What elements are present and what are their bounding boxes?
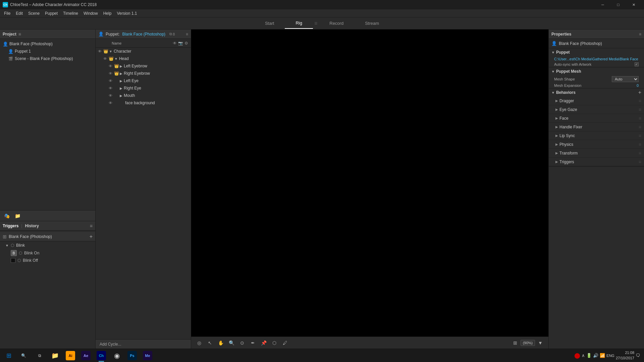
canvas-zoom: ⊞ (90%) ▼ bbox=[511, 339, 544, 347]
trigger-blink-group[interactable]: ▼ ⬡ Blink bbox=[0, 241, 95, 249]
vis-icon[interactable]: 👁 bbox=[108, 78, 113, 83]
behavior-physics[interactable]: ▶ Physics ≡ bbox=[549, 140, 644, 149]
behavior-face-menu[interactable]: ≡ bbox=[639, 116, 641, 121]
notification-icon[interactable]: 🗨 bbox=[636, 353, 640, 358]
taskbar-photoshop[interactable]: Ps bbox=[125, 349, 140, 362]
zoom-tool[interactable]: 🔍 bbox=[227, 339, 235, 347]
menu-scene[interactable]: Scene bbox=[25, 10, 42, 16]
behavior-dragger[interactable]: ▶ Dragger ≡ bbox=[549, 97, 644, 105]
canvas-viewport[interactable] bbox=[191, 29, 548, 337]
search-button[interactable]: 🔍 bbox=[16, 349, 31, 362]
layer-face-background[interactable]: 👁 face background bbox=[96, 99, 191, 107]
taskbar-illustrator[interactable]: Ai bbox=[63, 349, 78, 362]
vis-icon[interactable]: 👁 bbox=[97, 49, 102, 54]
project-item-scene[interactable]: 🎬 Scene - Blank Face (Photoshop) bbox=[0, 55, 95, 62]
layer-mouth[interactable]: 👁 ▶ Mouth bbox=[96, 92, 191, 99]
behavior-face[interactable]: ▶ Face ≡ bbox=[549, 114, 644, 123]
taskbar-character-animator[interactable]: Ch bbox=[94, 349, 109, 362]
behavior-triggers-menu[interactable]: ≡ bbox=[639, 159, 641, 165]
layer-head[interactable]: 👁 👑 ▼ Head bbox=[96, 55, 191, 62]
vis-icon[interactable]: 👁 bbox=[108, 85, 113, 91]
vis-icon[interactable]: 👁 bbox=[108, 93, 113, 98]
menu-timeline[interactable]: Timeline bbox=[60, 10, 81, 16]
puppet-mesh-section-header[interactable]: ▼ Puppet Mesh bbox=[549, 67, 644, 75]
taskbar-clock[interactable]: 21:08 27/10/2017 bbox=[616, 350, 634, 361]
zoom-dropdown-arrow[interactable]: ▼ bbox=[536, 339, 544, 347]
project-menu-icon[interactable]: ≡ bbox=[18, 32, 21, 37]
menu-file[interactable]: File bbox=[1, 10, 13, 16]
menu-window[interactable]: Window bbox=[81, 10, 101, 16]
target-tool[interactable]: ◎ bbox=[195, 339, 203, 347]
menu-help[interactable]: Help bbox=[101, 10, 114, 16]
taskbar-file-explorer[interactable]: 📁 bbox=[48, 349, 62, 362]
layer-character[interactable]: 👁 👑 ▼ Character bbox=[96, 48, 191, 55]
behavior-transform[interactable]: ▶ Transform ≡ bbox=[549, 149, 644, 158]
behavior-triggers[interactable]: ▶ Triggers ≡ bbox=[549, 158, 644, 166]
close-button[interactable]: ✕ bbox=[626, 0, 641, 9]
tab-rig[interactable]: Rig bbox=[285, 18, 313, 29]
add-trigger-button[interactable]: + bbox=[90, 234, 93, 240]
vis-icon[interactable]: 👁 bbox=[108, 63, 113, 69]
maximize-button[interactable]: □ bbox=[610, 0, 626, 9]
taskbar-media-encoder[interactable]: Me bbox=[140, 349, 155, 362]
new-puppet-icon[interactable]: 🎭 bbox=[3, 212, 11, 220]
taskbar-chrome[interactable]: ◉ bbox=[109, 349, 124, 362]
project-bottom-toolbar: 🎭 📁 bbox=[0, 210, 95, 221]
behaviors-section-header[interactable]: ▼ Behaviors + bbox=[549, 88, 644, 97]
vis-icon[interactable]: 👁 bbox=[108, 100, 113, 106]
mesh-tool[interactable]: ⬡ bbox=[270, 339, 278, 347]
behavior-dragger-menu[interactable]: ≡ bbox=[639, 98, 641, 104]
layer-right-eye[interactable]: 👁 ▶ Right Eye bbox=[96, 84, 191, 92]
select-tool[interactable]: ↖ bbox=[206, 339, 214, 347]
layer-right-eyebrow[interactable]: 👁 👑 ▶ Right Eyebrow bbox=[96, 70, 191, 77]
grid-overlay-toggle[interactable]: ⊞ bbox=[511, 339, 519, 347]
vis-icon[interactable]: 👁 bbox=[102, 56, 108, 61]
puppet-type-icon bbox=[114, 93, 119, 98]
behavior-handle-fixer[interactable]: ▶ Handle Fixer ≡ bbox=[549, 123, 644, 131]
mesh-shape-dropdown[interactable]: Auto Manual bbox=[612, 76, 639, 82]
circle-tool[interactable]: ⊙ bbox=[238, 339, 246, 347]
vis-icon[interactable]: 👁 bbox=[108, 71, 113, 76]
minimize-button[interactable]: ─ bbox=[595, 0, 610, 9]
hand-tool[interactable]: ✋ bbox=[217, 339, 225, 347]
behavior-lip-sync[interactable]: ▶ Lip Sync ≡ bbox=[549, 131, 644, 140]
pen-tool[interactable]: ✒ bbox=[249, 339, 257, 347]
behavior-transform-menu[interactable]: ≡ bbox=[639, 150, 641, 156]
add-behavior-button[interactable]: + bbox=[638, 89, 641, 96]
new-folder-icon[interactable]: 📁 bbox=[13, 212, 21, 220]
taskbar-after-effects[interactable]: Ae bbox=[78, 349, 93, 362]
behavior-lip-sync-menu[interactable]: ≡ bbox=[639, 133, 641, 138]
taskbar-task-view[interactable]: ⧉ bbox=[32, 349, 47, 362]
puppet-type-icon bbox=[114, 100, 119, 106]
layer-left-eyebrow[interactable]: 👁 👑 ▶ Left Eyebrow bbox=[96, 62, 191, 70]
trigger-blink-on[interactable]: B ⬡ Blink On bbox=[0, 249, 95, 257]
speaker-icon[interactable]: 🔊 bbox=[593, 353, 598, 358]
triggers-tab[interactable]: Triggers bbox=[3, 224, 18, 228]
tab-record[interactable]: Record bbox=[319, 18, 354, 28]
trigger-blink-off[interactable]: ⬡ Blink Off bbox=[0, 257, 95, 264]
add-cycle-button[interactable]: Add Cycle... bbox=[96, 339, 191, 349]
behavior-handle-fixer-menu[interactable]: ≡ bbox=[639, 124, 641, 130]
layer-header-icons: 👁 📷 ⚙ bbox=[173, 41, 188, 46]
project-item-blank-face[interactable]: 👤 Blank Face (Photoshop) bbox=[0, 40, 95, 48]
project-item-puppet1[interactable]: 👤 Puppet 1 bbox=[0, 48, 95, 55]
paint-tool[interactable]: 🖊 bbox=[281, 339, 289, 347]
triggers-menu-icon[interactable]: ≡ bbox=[90, 223, 93, 229]
puppet-section-header[interactable]: ▼ Puppet bbox=[549, 48, 644, 56]
history-tab[interactable]: History bbox=[25, 224, 39, 228]
menu-edit[interactable]: Edit bbox=[13, 10, 25, 16]
auto-sync-checkbox[interactable]: ✓ bbox=[635, 62, 639, 66]
tab-start[interactable]: Start bbox=[254, 18, 285, 28]
start-button[interactable]: ⊞ bbox=[1, 349, 16, 362]
behavior-eye-gaze[interactable]: ▶ Eye Gaze ≡ bbox=[549, 105, 644, 114]
properties-menu-icon[interactable]: ≡ bbox=[639, 32, 641, 37]
behavior-physics-menu[interactable]: ≡ bbox=[639, 142, 641, 147]
up-arrow-icon[interactable]: ∧ bbox=[582, 353, 585, 358]
behavior-eye-gaze-menu[interactable]: ≡ bbox=[639, 107, 641, 112]
tab-stream[interactable]: Stream bbox=[354, 18, 390, 28]
layer-left-eye[interactable]: 👁 ▶ Left Eye bbox=[96, 77, 191, 84]
pin-tool[interactable]: 📌 bbox=[260, 339, 268, 347]
properties-title: Properties bbox=[551, 32, 571, 37]
menu-puppet[interactable]: Puppet bbox=[42, 10, 60, 16]
puppet-panel-menu-icon[interactable]: ≡ bbox=[186, 32, 188, 37]
